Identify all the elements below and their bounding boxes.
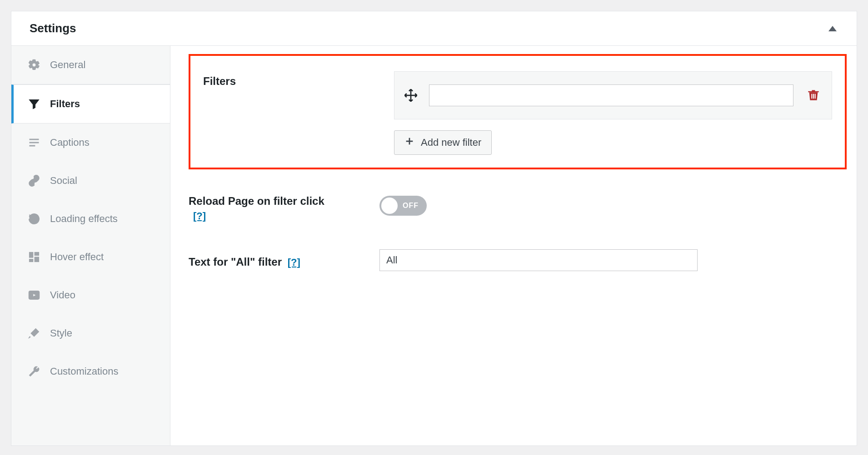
svg-rect-4	[35, 252, 39, 256]
sidebar-item-label: Social	[50, 175, 77, 187]
drag-move-icon[interactable]	[404, 88, 418, 103]
sidebar-item-label: Filters	[50, 98, 80, 110]
reload-page-label-text: Reload Page on filter click	[189, 195, 324, 207]
wrench-icon	[27, 365, 41, 378]
video-play-icon	[27, 289, 41, 302]
reload-icon	[27, 213, 41, 225]
sidebar-item-general[interactable]: General	[11, 46, 170, 84]
all-filter-text-row: Text for "All" filter [?]	[189, 249, 847, 271]
svg-rect-15	[815, 94, 816, 99]
captions-icon	[27, 136, 41, 149]
all-filter-help-link[interactable]: [?]	[288, 257, 300, 268]
sidebar-item-label: General	[50, 59, 85, 71]
reload-page-label: Reload Page on filter click [?]	[189, 191, 370, 222]
sidebar-item-customizations[interactable]: Customizations	[11, 352, 170, 391]
panel-title: Settings	[30, 21, 76, 35]
reload-page-toggle[interactable]: OFF	[379, 196, 427, 216]
add-new-filter-button[interactable]: Add new filter	[394, 130, 492, 155]
plus-icon	[404, 136, 414, 149]
sidebar-item-captions[interactable]: Captions	[11, 124, 170, 162]
toggle-knob	[381, 198, 398, 214]
delete-filter-button[interactable]	[804, 88, 823, 103]
grid-icon	[27, 251, 41, 263]
collapse-up-icon[interactable]	[828, 26, 837, 31]
filter-name-input[interactable]	[429, 84, 793, 106]
all-filter-label-text: Text for "All" filter	[189, 256, 282, 268]
sidebar-item-style[interactable]: Style	[11, 314, 170, 352]
gear-icon	[27, 59, 41, 71]
filter-row	[394, 71, 832, 119]
svg-rect-12	[808, 91, 818, 92]
sidebar-item-label: Video	[50, 289, 75, 301]
sidebar-item-label: Loading effects	[50, 213, 118, 225]
filters-highlight-box: Filters	[189, 54, 847, 169]
sidebar-item-hover-effect[interactable]: Hover effect	[11, 238, 170, 276]
toggle-state-label: OFF	[403, 202, 419, 210]
reload-page-help-link[interactable]: [?]	[193, 210, 370, 222]
sidebar-item-loading-effects[interactable]: Loading effects	[11, 200, 170, 238]
sidebar-item-label: Customizations	[50, 366, 118, 377]
settings-sidebar: General Filters Captions Social	[11, 46, 170, 445]
svg-rect-3	[30, 252, 33, 258]
add-filter-label: Add new filter	[421, 137, 481, 148]
svg-rect-6	[30, 259, 33, 262]
panel-header: Settings	[11, 11, 857, 46]
all-filter-label: Text for "All" filter [?]	[189, 252, 370, 268]
trash-icon	[807, 96, 820, 103]
reload-page-row: Reload Page on filter click [?] OFF	[189, 191, 847, 222]
svg-rect-5	[35, 257, 39, 262]
settings-panel: Settings General Filters Captions	[11, 11, 857, 446]
link-icon	[27, 174, 41, 187]
sidebar-item-video[interactable]: Video	[11, 276, 170, 314]
sidebar-item-label: Captions	[50, 137, 90, 148]
svg-rect-13	[811, 94, 812, 99]
sidebar-item-label: Style	[50, 327, 72, 339]
all-filter-text-input[interactable]	[379, 249, 698, 271]
filters-heading: Filters	[203, 71, 385, 88]
settings-content: Filters	[170, 46, 857, 445]
sidebar-item-filters[interactable]: Filters	[11, 84, 170, 124]
sidebar-item-social[interactable]: Social	[11, 162, 170, 200]
svg-rect-14	[813, 94, 814, 99]
sidebar-item-label: Hover effect	[50, 251, 104, 263]
funnel-icon	[27, 98, 41, 110]
panel-body: General Filters Captions Social	[11, 46, 857, 445]
paint-brush-icon	[27, 327, 41, 340]
